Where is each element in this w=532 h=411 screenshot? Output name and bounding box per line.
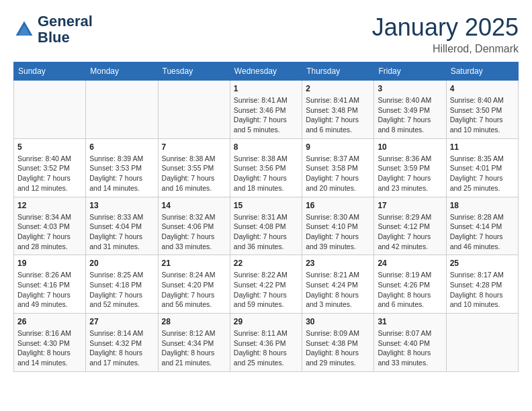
calendar-cell: 8Sunrise: 8:38 AM Sunset: 3:56 PM Daylig… (230, 138, 302, 197)
weekday-header-sunday: Sunday (14, 62, 86, 81)
page-header: General Blue January 2025 Hillerod, Denm… (13, 13, 519, 55)
day-info: Sunrise: 8:35 AM Sunset: 4:01 PM Dayligh… (450, 154, 515, 193)
calendar-cell: 4Sunrise: 8:40 AM Sunset: 3:50 PM Daylig… (446, 81, 518, 139)
calendar-header-row: SundayMondayTuesdayWednesdayThursdayFrid… (14, 62, 519, 81)
day-number: 29 (234, 317, 298, 326)
day-number: 21 (162, 259, 226, 268)
calendar-cell: 2Sunrise: 8:41 AM Sunset: 3:48 PM Daylig… (302, 81, 374, 139)
calendar-cell: 22Sunrise: 8:22 AM Sunset: 4:22 PM Dayli… (230, 255, 302, 314)
day-info: Sunrise: 8:38 AM Sunset: 3:55 PM Dayligh… (162, 154, 226, 193)
calendar-cell: 25Sunrise: 8:17 AM Sunset: 4:28 PM Dayli… (446, 255, 518, 314)
calendar-cell: 30Sunrise: 8:09 AM Sunset: 4:38 PM Dayli… (302, 314, 374, 372)
weekday-header-wednesday: Wednesday (230, 62, 302, 81)
calendar-cell: 3Sunrise: 8:40 AM Sunset: 3:49 PM Daylig… (374, 81, 446, 139)
day-info: Sunrise: 8:40 AM Sunset: 3:52 PM Dayligh… (17, 154, 82, 193)
weekday-header-friday: Friday (374, 62, 446, 81)
location-subtitle: Hillerod, Denmark (372, 43, 519, 55)
calendar-cell: 31Sunrise: 8:07 AM Sunset: 4:40 PM Dayli… (374, 314, 446, 372)
day-info: Sunrise: 8:22 AM Sunset: 4:22 PM Dayligh… (234, 270, 298, 310)
day-number: 5 (17, 142, 82, 152)
calendar-cell (446, 314, 518, 372)
day-info: Sunrise: 8:26 AM Sunset: 4:16 PM Dayligh… (17, 270, 82, 310)
calendar-cell: 15Sunrise: 8:31 AM Sunset: 4:08 PM Dayli… (230, 197, 302, 255)
calendar-cell (14, 81, 86, 139)
calendar-cell: 5Sunrise: 8:40 AM Sunset: 3:52 PM Daylig… (14, 138, 86, 197)
day-info: Sunrise: 8:32 AM Sunset: 4:06 PM Dayligh… (162, 212, 226, 252)
day-number: 22 (234, 259, 298, 268)
day-number: 18 (450, 201, 515, 210)
day-number: 7 (162, 142, 226, 152)
calendar-cell: 26Sunrise: 8:16 AM Sunset: 4:30 PM Dayli… (14, 314, 86, 372)
day-info: Sunrise: 8:28 AM Sunset: 4:14 PM Dayligh… (450, 212, 515, 252)
day-number: 31 (378, 317, 442, 326)
day-number: 8 (234, 142, 298, 152)
day-number: 13 (89, 201, 154, 210)
day-number: 14 (162, 201, 226, 210)
day-info: Sunrise: 8:09 AM Sunset: 4:38 PM Dayligh… (306, 328, 370, 368)
day-number: 27 (89, 317, 154, 326)
day-info: Sunrise: 8:29 AM Sunset: 4:12 PM Dayligh… (378, 212, 442, 252)
calendar-cell: 20Sunrise: 8:25 AM Sunset: 4:18 PM Dayli… (86, 255, 158, 314)
day-number: 30 (306, 317, 370, 326)
calendar-cell: 17Sunrise: 8:29 AM Sunset: 4:12 PM Dayli… (374, 197, 446, 255)
day-info: Sunrise: 8:39 AM Sunset: 3:53 PM Dayligh… (89, 154, 154, 193)
calendar-cell: 6Sunrise: 8:39 AM Sunset: 3:53 PM Daylig… (86, 138, 158, 197)
day-info: Sunrise: 8:16 AM Sunset: 4:30 PM Dayligh… (17, 328, 82, 368)
calendar-week-row: 12Sunrise: 8:34 AM Sunset: 4:03 PM Dayli… (14, 197, 519, 255)
day-info: Sunrise: 8:31 AM Sunset: 4:08 PM Dayligh… (234, 212, 298, 252)
calendar-cell: 21Sunrise: 8:24 AM Sunset: 4:20 PM Dayli… (158, 255, 230, 314)
day-info: Sunrise: 8:40 AM Sunset: 3:49 PM Dayligh… (378, 95, 442, 135)
day-info: Sunrise: 8:19 AM Sunset: 4:26 PM Dayligh… (378, 270, 442, 310)
logo: General Blue (13, 13, 93, 46)
day-number: 15 (234, 201, 298, 210)
day-number: 12 (17, 201, 82, 210)
day-info: Sunrise: 8:21 AM Sunset: 4:24 PM Dayligh… (306, 270, 370, 310)
day-info: Sunrise: 8:17 AM Sunset: 4:28 PM Dayligh… (450, 270, 515, 310)
weekday-header-monday: Monday (86, 62, 158, 81)
day-info: Sunrise: 8:38 AM Sunset: 3:56 PM Dayligh… (234, 154, 298, 193)
day-number: 16 (306, 201, 370, 210)
day-info: Sunrise: 8:12 AM Sunset: 4:34 PM Dayligh… (162, 328, 226, 368)
calendar-cell: 23Sunrise: 8:21 AM Sunset: 4:24 PM Dayli… (302, 255, 374, 314)
day-number: 26 (17, 317, 82, 326)
calendar-cell: 12Sunrise: 8:34 AM Sunset: 4:03 PM Dayli… (14, 197, 86, 255)
calendar-cell: 16Sunrise: 8:30 AM Sunset: 4:10 PM Dayli… (302, 197, 374, 255)
calendar-cell: 19Sunrise: 8:26 AM Sunset: 4:16 PM Dayli… (14, 255, 86, 314)
day-number: 3 (378, 84, 442, 93)
month-title: January 2025 (372, 13, 519, 42)
day-number: 4 (450, 84, 515, 93)
calendar-cell: 7Sunrise: 8:38 AM Sunset: 3:55 PM Daylig… (158, 138, 230, 197)
calendar-week-row: 5Sunrise: 8:40 AM Sunset: 3:52 PM Daylig… (14, 138, 519, 197)
logo-text: General Blue (38, 13, 93, 46)
day-info: Sunrise: 8:14 AM Sunset: 4:32 PM Dayligh… (89, 328, 154, 368)
day-info: Sunrise: 8:30 AM Sunset: 4:10 PM Dayligh… (306, 212, 370, 252)
day-number: 17 (378, 201, 442, 210)
day-number: 23 (306, 259, 370, 268)
calendar-cell: 28Sunrise: 8:12 AM Sunset: 4:34 PM Dayli… (158, 314, 230, 372)
calendar-cell: 13Sunrise: 8:33 AM Sunset: 4:04 PM Dayli… (86, 197, 158, 255)
day-number: 10 (378, 142, 442, 152)
day-number: 9 (306, 142, 370, 152)
day-number: 11 (450, 142, 515, 152)
title-block: January 2025 Hillerod, Denmark (372, 13, 519, 55)
day-info: Sunrise: 8:37 AM Sunset: 3:58 PM Dayligh… (306, 154, 370, 193)
calendar-table: SundayMondayTuesdayWednesdayThursdayFrid… (13, 62, 519, 372)
weekday-header-thursday: Thursday (302, 62, 374, 81)
calendar-cell: 10Sunrise: 8:36 AM Sunset: 3:59 PM Dayli… (374, 138, 446, 197)
calendar-cell: 24Sunrise: 8:19 AM Sunset: 4:26 PM Dayli… (374, 255, 446, 314)
calendar-cell: 11Sunrise: 8:35 AM Sunset: 4:01 PM Dayli… (446, 138, 518, 197)
day-number: 19 (17, 259, 82, 268)
day-number: 28 (162, 317, 226, 326)
calendar-week-row: 26Sunrise: 8:16 AM Sunset: 4:30 PM Dayli… (14, 314, 519, 372)
day-info: Sunrise: 8:41 AM Sunset: 3:48 PM Dayligh… (306, 95, 370, 135)
day-info: Sunrise: 8:36 AM Sunset: 3:59 PM Dayligh… (378, 154, 442, 193)
calendar-cell: 9Sunrise: 8:37 AM Sunset: 3:58 PM Daylig… (302, 138, 374, 197)
day-number: 1 (234, 84, 298, 93)
day-info: Sunrise: 8:11 AM Sunset: 4:36 PM Dayligh… (234, 328, 298, 368)
day-info: Sunrise: 8:07 AM Sunset: 4:40 PM Dayligh… (378, 328, 442, 368)
logo-icon (13, 19, 35, 40)
day-number: 25 (450, 259, 515, 268)
calendar-cell (158, 81, 230, 139)
day-info: Sunrise: 8:40 AM Sunset: 3:50 PM Dayligh… (450, 95, 515, 135)
calendar-week-row: 1Sunrise: 8:41 AM Sunset: 3:46 PM Daylig… (14, 81, 519, 139)
